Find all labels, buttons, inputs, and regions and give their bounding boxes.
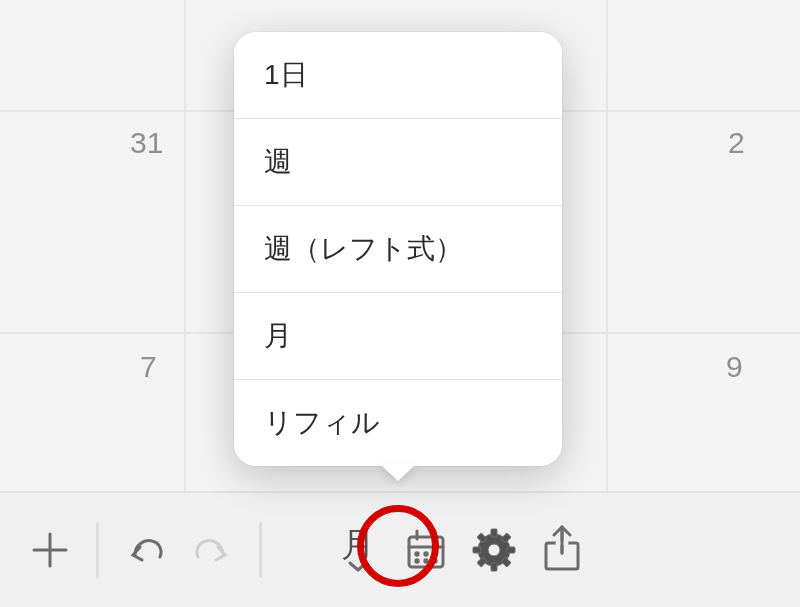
svg-point-9	[416, 560, 418, 562]
svg-point-11	[434, 560, 436, 562]
calendar-cell[interactable]: 31	[130, 126, 163, 160]
popover-tail	[380, 464, 416, 481]
undo-icon	[122, 527, 168, 573]
calendar-cell[interactable]: 9	[726, 350, 743, 384]
svg-point-7	[425, 553, 427, 555]
svg-point-13	[488, 544, 500, 556]
svg-rect-15	[491, 563, 497, 571]
chevron-down-icon	[347, 559, 369, 573]
gear-icon	[471, 527, 517, 573]
toolbar-separator	[259, 522, 262, 578]
share-button[interactable]	[534, 522, 590, 578]
view-popover: 1日 週 週（レフト式） 月 リフィル	[234, 32, 562, 466]
popover-item-week[interactable]: 週	[234, 119, 562, 206]
redo-icon	[190, 527, 236, 573]
calendar-icon	[403, 527, 449, 573]
calendar-cell[interactable]: 7	[140, 350, 157, 384]
plus-icon	[29, 529, 71, 571]
svg-point-8	[434, 553, 436, 555]
popover-item-day[interactable]: 1日	[234, 32, 562, 119]
toolbar-separator	[96, 522, 99, 578]
popover-item-refill[interactable]: リフィル	[234, 380, 562, 466]
share-icon	[540, 525, 584, 575]
calendar-cell[interactable]: 2	[728, 126, 745, 160]
popover-item-month[interactable]: 月	[234, 293, 562, 380]
settings-button[interactable]	[466, 522, 522, 578]
svg-rect-16	[473, 547, 481, 553]
bottom-toolbar: 月	[0, 491, 800, 607]
svg-point-10	[425, 560, 427, 562]
view-selector-button[interactable]: 月	[330, 522, 386, 578]
svg-rect-17	[507, 547, 515, 553]
view-selector-label: 月	[341, 527, 375, 561]
svg-point-6	[416, 553, 418, 555]
calendar-button[interactable]	[398, 522, 454, 578]
add-button[interactable]	[22, 522, 78, 578]
redo-button[interactable]	[185, 522, 241, 578]
svg-rect-14	[491, 529, 497, 537]
popover-item-week-left[interactable]: 週（レフト式）	[234, 206, 562, 293]
undo-button[interactable]	[117, 522, 173, 578]
